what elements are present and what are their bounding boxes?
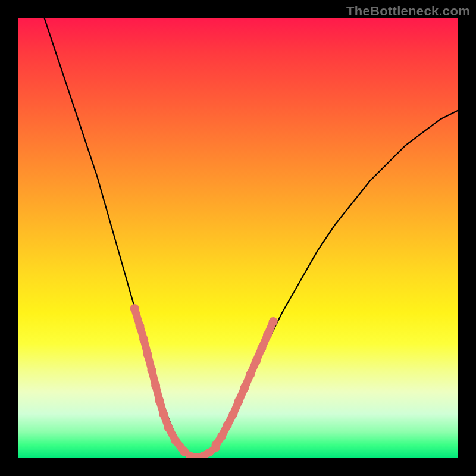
marker-dot: [164, 423, 173, 432]
chart-frame: TheBottleneck.com: [0, 0, 476, 476]
marker-dot: [246, 370, 255, 379]
marker-dot: [151, 381, 160, 390]
marker-dot: [269, 317, 278, 326]
marker-dot: [263, 330, 272, 339]
chart-overlay: [18, 18, 458, 458]
marker-dot: [130, 304, 139, 313]
marker-dot: [171, 436, 180, 445]
marker-dot: [155, 396, 164, 405]
marker-dot: [234, 396, 243, 405]
marker-dot: [257, 344, 266, 353]
marker-dot: [143, 350, 152, 359]
marker-dot: [240, 383, 249, 392]
marker-dot: [139, 335, 148, 344]
marker-dot: [135, 322, 144, 331]
watermark-text: TheBottleneck.com: [346, 4, 470, 19]
marker-dot: [223, 421, 232, 430]
marker-dot: [252, 357, 261, 366]
marker-dot: [147, 366, 156, 375]
marker-dot: [228, 410, 237, 419]
marker-dot: [212, 440, 221, 449]
marker-dot: [159, 410, 168, 419]
plot-area: [18, 18, 458, 458]
bottleneck-curve: [44, 18, 458, 458]
marker-dot: [217, 432, 226, 441]
